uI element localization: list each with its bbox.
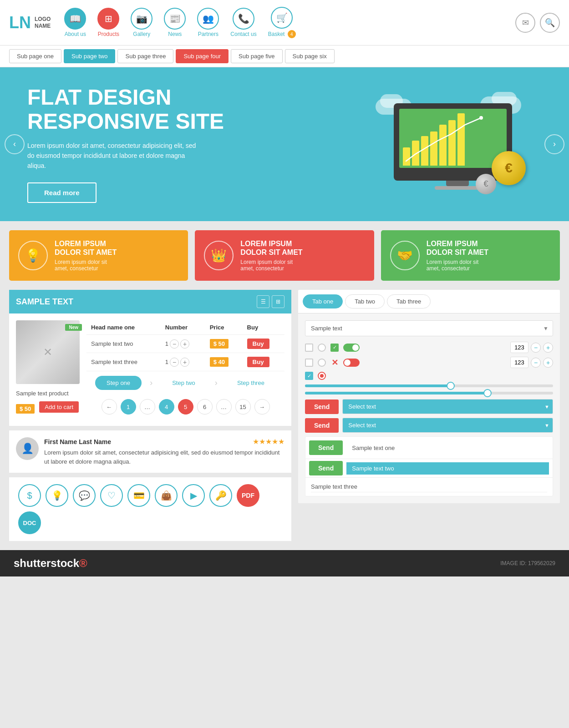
nav-item-about[interactable]: 📖 About us <box>60 5 91 40</box>
grid-view-icon[interactable]: ⊞ <box>272 295 284 308</box>
table-row: Sample text three 1 − + $ 40 Buy <box>86 353 284 371</box>
nav-item-gallery[interactable]: 📷 Gallery <box>126 5 157 40</box>
page-prev-btn[interactable]: ← <box>102 399 117 415</box>
num-input-2: 123 − + <box>510 357 553 368</box>
partners-icon: 👥 <box>197 8 219 30</box>
row1-buy: Buy <box>243 335 284 353</box>
step-one-btn[interactable]: Step one <box>95 376 142 390</box>
pdf-icon[interactable]: PDF <box>237 484 259 507</box>
feature-desc-2: Lorem ipsum dolor sitamet, consectetur <box>240 259 302 272</box>
nav-label-partners: Partners <box>198 31 218 37</box>
select-dropdown-1[interactable]: Select text <box>342 399 553 414</box>
qty-plus-2[interactable]: + <box>180 358 189 367</box>
send-button-1[interactable]: Send <box>305 399 339 414</box>
qty-minus-2[interactable]: − <box>170 358 179 367</box>
list-item-3-wrap: Sample text three <box>305 478 553 496</box>
sub-page-five-btn[interactable]: Sub page five <box>231 49 283 63</box>
sub-page-four-btn[interactable]: Sub page four <box>176 49 229 63</box>
radio-checked-red[interactable] <box>318 372 326 380</box>
sample-text-dropdown[interactable]: Sample text <box>305 320 553 336</box>
page-4-btn[interactable]: 4 <box>159 399 174 415</box>
slider-thumb-1[interactable] <box>447 382 455 390</box>
checkbox-2[interactable] <box>305 359 313 367</box>
sub-page-three-btn[interactable]: Sub page three <box>117 49 173 63</box>
product-image: New <box>16 320 80 384</box>
page-6-btn[interactable]: 6 <box>197 399 213 415</box>
coin-small: € <box>476 174 496 194</box>
reviewer-name: First Name Last Name <box>44 438 111 445</box>
news-icon: 📰 <box>164 8 186 30</box>
list-view-icon[interactable]: ☰ <box>257 295 269 308</box>
heart-icon[interactable]: ♡ <box>100 484 123 507</box>
doc-icon[interactable]: DOC <box>18 511 41 534</box>
logo: LN LOGONAME <box>9 13 51 32</box>
page-next-btn[interactable]: → <box>254 399 270 415</box>
qty-minus-1[interactable]: − <box>170 339 179 349</box>
price-tag-1: $ 50 <box>210 339 229 349</box>
checkbox-checked-green[interactable]: ✓ <box>330 344 339 352</box>
sub-page-one-btn[interactable]: Sub page one <box>9 49 61 63</box>
nav-item-news[interactable]: 📰 News <box>159 5 190 40</box>
step-three-btn[interactable]: Step three <box>226 376 276 390</box>
hero-next-arrow[interactable]: › <box>544 134 564 154</box>
select-dropdown-2[interactable]: Select text <box>342 418 553 433</box>
num-minus-2[interactable]: − <box>531 358 541 368</box>
send-row-2: Send Select text ▼ <box>305 418 553 433</box>
send-row-3: Send Sample text one <box>305 437 553 459</box>
tab-three-btn[interactable]: Tab three <box>387 294 431 308</box>
table-header-name: Head name one <box>86 320 161 335</box>
num-minus-1[interactable]: − <box>531 343 541 353</box>
checkbox-checked-blue[interactable]: ✓ <box>305 372 313 380</box>
steps-section: Step one › Step two › Step three <box>86 371 284 394</box>
search-icon[interactable]: 🔍 <box>540 13 560 33</box>
sub-nav: Sub page one Sub page two Sub page three… <box>0 46 569 67</box>
radio-2[interactable] <box>318 359 326 367</box>
sub-page-two-btn[interactable]: Sub page two <box>64 49 116 63</box>
feature-icon-handshake: 🤝 <box>390 241 420 270</box>
page-15-btn[interactable]: 15 <box>235 399 251 415</box>
nav-item-contact[interactable]: 📞 Contact us <box>226 5 261 40</box>
read-more-button[interactable]: Read more <box>27 182 97 203</box>
chat-icon[interactable]: 💬 <box>73 484 96 507</box>
footer-image-id: IMAGE ID: 179562029 <box>500 560 555 566</box>
nav-item-partners[interactable]: 👥 Partners <box>193 5 224 40</box>
hero-prev-arrow[interactable]: ‹ <box>5 134 25 154</box>
qty-value-1: 1 <box>165 340 168 347</box>
list-items-section: Send Sample text one Send Sample text tw… <box>305 436 553 496</box>
card-icon[interactable]: 💳 <box>127 484 150 507</box>
key-icon[interactable]: 🔑 <box>209 484 232 507</box>
mail-icon[interactable]: ✉ <box>515 13 535 33</box>
tab-one-btn[interactable]: Tab one <box>303 294 343 308</box>
main-nav: 📖 About us ⊞ Products 📷 Gallery 📰 News 👥… <box>60 5 515 40</box>
step-two-btn[interactable]: Step two <box>161 376 207 390</box>
buy-button-1[interactable]: Buy <box>247 339 269 349</box>
toggle-on[interactable] <box>343 344 360 352</box>
page-ellipsis-1: … <box>140 399 155 415</box>
send-button-4[interactable]: Send <box>309 461 343 475</box>
play-icon[interactable]: ▶ <box>182 484 205 507</box>
tab-two-btn[interactable]: Tab two <box>345 294 385 308</box>
nav-item-products[interactable]: ⊞ Products <box>93 5 124 40</box>
toggle-off[interactable] <box>343 359 360 367</box>
pagination: ← 1 … 4 5 6 … 15 → <box>86 394 284 419</box>
slider-thumb-2[interactable] <box>483 389 492 397</box>
num-plus-1[interactable]: + <box>543 343 553 353</box>
add-to-cart-button[interactable]: Add to cart <box>39 401 79 413</box>
qty-plus-1[interactable]: + <box>180 339 189 349</box>
page-5-btn[interactable]: 5 <box>178 399 193 415</box>
radio-1[interactable] <box>318 344 326 352</box>
dollar-icon[interactable]: $ <box>18 484 41 507</box>
product-table-wrap: Head name one Number Price Buy Sample te… <box>86 320 284 419</box>
num-value-2: 123 <box>510 357 528 368</box>
num-plus-2[interactable]: + <box>543 358 553 368</box>
checkbox-1[interactable] <box>305 344 313 352</box>
page-1-btn[interactable]: 1 <box>121 399 136 415</box>
send-button-2[interactable]: Send <box>305 418 339 433</box>
wallet-icon[interactable]: 👜 <box>155 484 178 507</box>
buy-button-2[interactable]: Buy <box>247 357 269 367</box>
send-button-3[interactable]: Send <box>309 440 343 455</box>
sub-page-six-btn[interactable]: Sub page six <box>285 49 335 63</box>
lightbulb-icon[interactable]: 💡 <box>46 484 68 507</box>
nav-item-basket[interactable]: 🛒 Basket 4 <box>264 5 300 40</box>
feature-text-2: LOREM IPSUMDOLOR SIT AMET Lorem ipsum do… <box>240 239 302 272</box>
